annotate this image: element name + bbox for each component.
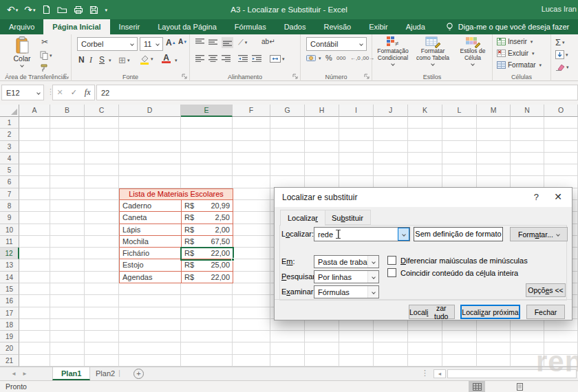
column-header-F[interactable]: F (233, 105, 270, 117)
column-header-H[interactable]: H (305, 105, 339, 117)
undo-button[interactable]: ↶▾ (7, 5, 18, 14)
font-size-combo[interactable]: 11 (140, 37, 163, 51)
customize-qat-button[interactable]: ▾ (105, 8, 108, 12)
borders-button[interactable]: ⊞▾ (118, 55, 129, 65)
find-next-button[interactable]: Localizar próxima (460, 305, 520, 319)
row-header-16[interactable]: 16 (0, 295, 19, 307)
within-combo[interactable]: Pasta de trabalho (314, 255, 379, 268)
underline-dropdown[interactable]: ▾ (107, 58, 111, 63)
ribbon-tab-revisão[interactable]: Revisão (314, 19, 360, 34)
font-color-dropdown[interactable]: ▾ (173, 58, 178, 63)
cell-styles-button[interactable]: Estilos de Célula (453, 36, 492, 77)
row-header-13[interactable]: 13 (0, 259, 19, 271)
open-button[interactable] (57, 6, 67, 14)
increase-decimal-button[interactable]: ←,0 (350, 55, 361, 61)
underline-button[interactable]: S (99, 55, 105, 65)
ribbon-tab-inserir[interactable]: Inserir (110, 19, 149, 34)
decrease-indent-button[interactable] (238, 55, 248, 62)
paste-button[interactable]: Colar (8, 36, 36, 76)
sheet-nav-left-icon[interactable]: ◄ (11, 371, 17, 377)
column-header-J[interactable]: J (374, 105, 408, 117)
dialog-help-button[interactable]: ? (534, 192, 539, 202)
hscroll-left-button[interactable]: ◄ (434, 369, 446, 378)
format-as-table-button[interactable]: Formatar como Tabela (414, 36, 452, 77)
clear-button[interactable]: ▾ (555, 63, 569, 71)
column-header-M[interactable]: M (477, 105, 511, 117)
row-header-1[interactable]: 1 (0, 117, 19, 129)
column-header-G[interactable]: G (270, 105, 305, 117)
ribbon-tab-dados[interactable]: Dados (275, 19, 315, 34)
merge-center-button[interactable]: ▾ (270, 55, 285, 63)
row-header-10[interactable]: 10 (0, 224, 19, 236)
row-header-21[interactable]: 21 (0, 355, 19, 367)
ribbon-tab-arquivo[interactable]: Arquivo (0, 19, 43, 34)
save-button[interactable] (89, 6, 98, 14)
cut-button[interactable]: ✂ (41, 37, 48, 47)
font-name-combo[interactable]: Corbel (77, 37, 138, 51)
add-sheet-button[interactable]: + (133, 369, 144, 379)
find-combo-dropdown[interactable] (398, 228, 409, 241)
table-row[interactable]: CadernoR$20,99 (119, 200, 233, 212)
alignment-dialog-launcher-icon[interactable] (292, 74, 299, 80)
select-all-corner[interactable] (0, 105, 19, 117)
find-all-button[interactable]: Localizar tudo (409, 305, 455, 319)
column-header-K[interactable]: K (408, 105, 442, 117)
table-row[interactable]: MochilaR$67,50 (119, 236, 233, 248)
insert-function-icon[interactable]: fx (85, 87, 91, 98)
dialog-title-bar[interactable]: Localizar e substituir (275, 188, 572, 207)
ribbon-tab-página-inicial[interactable]: Página Inicial (43, 19, 109, 34)
column-header-A[interactable]: A (19, 105, 50, 117)
cancel-entry-icon[interactable]: ✕ (56, 88, 63, 97)
autosum-button[interactable]: Σ▾ (555, 37, 565, 47)
match-case-checkbox[interactable] (387, 256, 396, 265)
column-header-N[interactable]: N (511, 105, 544, 117)
confirm-entry-icon[interactable]: ✓ (71, 88, 77, 97)
row-header-3[interactable]: 3 (0, 141, 19, 153)
column-header-B[interactable]: B (50, 105, 85, 117)
row-header-4[interactable]: 4 (0, 153, 19, 164)
row-header-12[interactable]: 12 (0, 248, 19, 259)
find-what-combo[interactable]: rede (314, 227, 410, 241)
increase-indent-button[interactable] (252, 55, 261, 62)
font-color-button[interactable]: A (162, 54, 171, 63)
column-header-L[interactable]: L (442, 105, 477, 117)
tell-me-box[interactable]: Diga-me o que você deseja fazer (434, 19, 569, 34)
row-header-15[interactable]: 15 (0, 283, 19, 295)
column-header-D[interactable]: D (119, 105, 181, 117)
wrap-text-button[interactable]: ab↵ (261, 38, 275, 45)
percent-style-button[interactable]: % (325, 54, 332, 62)
row-header-18[interactable]: 18 (0, 319, 19, 331)
ribbon-tab-fórmulas[interactable]: Fórmulas (226, 19, 275, 34)
fill-handle[interactable] (231, 258, 235, 261)
search-combo[interactable]: Por linhas (314, 270, 379, 283)
number-format-combo[interactable]: Contábil (306, 37, 367, 51)
row-header-20[interactable]: 20 (0, 342, 19, 354)
font-dialog-launcher-icon[interactable] (182, 74, 188, 80)
align-left-button[interactable] (195, 55, 204, 62)
bold-button[interactable]: N (78, 55, 85, 65)
dialog-close-button[interactable]: ✕ (554, 191, 562, 202)
insert-cells-button[interactable]: Inserir▾ (497, 38, 533, 45)
tab-localizar[interactable]: Localizar (280, 210, 325, 226)
normal-view-button[interactable] (469, 381, 485, 392)
sheet-nav-right-icon[interactable]: ► (22, 371, 28, 377)
close-button[interactable]: Fechar (526, 305, 565, 319)
table-row[interactable]: EstojoR$25,00 (119, 259, 233, 271)
row-header-5[interactable]: 5 (0, 164, 19, 176)
align-bottom-button[interactable] (222, 37, 233, 48)
row-header-19[interactable]: 19 (0, 331, 19, 342)
align-right-button[interactable] (222, 55, 231, 62)
comma-style-button[interactable]: 000 (336, 55, 345, 61)
column-header-I[interactable]: I (339, 105, 374, 117)
row-header-6[interactable]: 6 (0, 176, 19, 188)
formula-input[interactable]: 22 (96, 85, 578, 100)
currency-format-button[interactable]: ▾ (306, 54, 321, 63)
table-row[interactable]: LápisR$2,00 (119, 224, 233, 236)
orientation-button[interactable]: ⟋▾ (238, 38, 247, 47)
ribbon-tab-ajuda[interactable]: Ajuda (397, 19, 434, 34)
column-header-E[interactable]: E (181, 105, 233, 117)
row-header-8[interactable]: 8 (0, 200, 19, 212)
fill-color-button[interactable]: ▾ (139, 54, 153, 65)
options-button[interactable]: Opções << (526, 283, 566, 297)
format-button[interactable]: Formatar... (510, 227, 568, 241)
